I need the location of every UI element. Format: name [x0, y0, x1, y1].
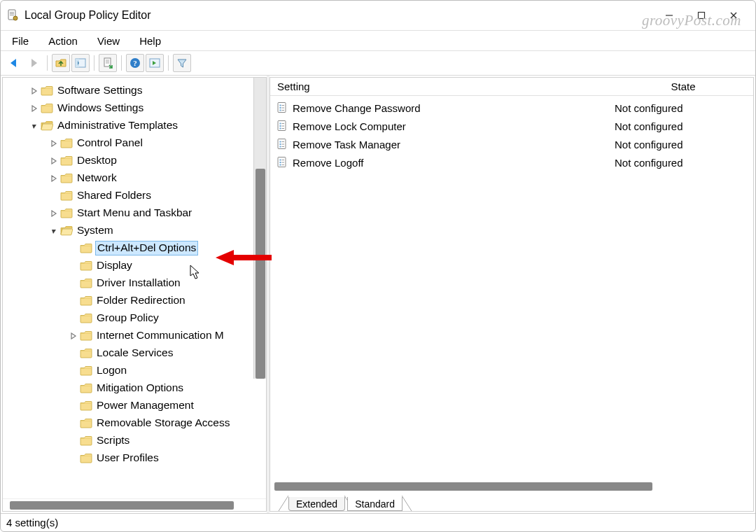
list-row[interactable]: Remove Change PasswordNot configured — [270, 99, 753, 117]
svg-rect-24 — [280, 125, 281, 127]
tab-extended[interactable]: Extended — [288, 497, 345, 511]
list-hscroll-thumb[interactable] — [274, 482, 652, 491]
svg-rect-16 — [280, 105, 281, 106]
menu-help[interactable]: Help — [134, 34, 167, 48]
tree-item[interactable]: Locale Services — [6, 344, 266, 362]
statusbar: 4 setting(s) — [1, 513, 755, 531]
maximize-button[interactable] — [685, 4, 718, 27]
tree-item[interactable]: Software Settings — [6, 82, 266, 99]
folder-icon — [60, 155, 73, 166]
svg-rect-17 — [280, 107, 281, 108]
chevron-right-icon[interactable] — [29, 104, 39, 113]
minimize-button[interactable] — [653, 4, 685, 27]
chevron-down-icon[interactable] — [29, 121, 39, 131]
tree-vscrollbar[interactable] — [253, 78, 266, 379]
tree-item[interactable]: Display — [6, 257, 266, 274]
tree-item-label: Shared Folders — [77, 189, 151, 202]
policy-icon — [276, 156, 288, 169]
tree-item-label: Ctrl+Alt+Del Options — [95, 241, 198, 255]
list-row[interactable]: Remove Task ManagerNot configured — [270, 135, 753, 153]
tree-item[interactable]: Windows Settings — [6, 99, 266, 117]
show-hide-tree-button[interactable] — [71, 54, 90, 72]
forward-button[interactable] — [24, 54, 43, 72]
tree-item[interactable]: Start Menu and Taskbar — [6, 204, 266, 222]
tree-item[interactable]: Ctrl+Alt+Del Options — [6, 239, 266, 257]
filter-button[interactable] — [173, 54, 191, 72]
tree-item[interactable]: Network — [6, 169, 266, 187]
help-button[interactable]: ? — [126, 54, 144, 72]
chevron-right-icon[interactable] — [49, 156, 59, 166]
list-row[interactable]: Remove Lock ComputerNot configured — [270, 117, 753, 135]
tree-item-label: Software Settings — [57, 84, 142, 97]
setting-state: Not configured — [613, 157, 753, 169]
chevron-right-icon[interactable] — [29, 86, 39, 96]
chevron-right-icon[interactable] — [69, 331, 78, 341]
list-hscrollbar[interactable] — [272, 480, 752, 493]
svg-rect-3 — [10, 15, 14, 15]
tree-item[interactable]: Administrative Templates — [6, 117, 266, 134]
tree-item-label: Driver Installation — [97, 276, 181, 290]
export-list-button[interactable] — [99, 54, 117, 72]
tree-item[interactable]: Scripts — [6, 432, 266, 449]
tree-item-label: Administrative Templates — [57, 119, 178, 132]
tree-item-label: Control Panel — [77, 136, 143, 150]
tree-item[interactable]: Control Panel — [6, 134, 266, 152]
tree[interactable]: Software SettingsWindows SettingsAdminis… — [3, 78, 266, 498]
folder-icon — [80, 453, 92, 463]
tree-item[interactable]: Logon — [6, 362, 266, 379]
tab-standard[interactable]: Standard — [347, 497, 402, 511]
menu-action[interactable]: Action — [43, 34, 83, 48]
menu-view[interactable]: View — [92, 34, 125, 48]
folder-icon — [80, 243, 92, 253]
tree-item[interactable]: Desktop — [6, 152, 266, 169]
up-button[interactable] — [52, 54, 70, 72]
tree-item[interactable]: Folder Redirection — [6, 292, 266, 309]
folder-icon — [60, 173, 73, 183]
toolbar-separator — [168, 55, 169, 71]
tree-item[interactable]: Internet Communication M — [6, 327, 266, 344]
folder-icon — [60, 190, 73, 201]
list-row[interactable]: Remove LogoffNot configured — [270, 153, 753, 172]
chevron-right-icon[interactable] — [49, 209, 59, 218]
tree-item-label: Removable Storage Access — [97, 416, 230, 430]
svg-rect-37 — [280, 160, 281, 161]
folder-icon — [80, 278, 92, 288]
chevron-right-icon[interactable] — [49, 174, 59, 183]
tree-item-label: Group Policy — [97, 312, 159, 325]
view-tabs: Extended Standard — [270, 494, 753, 511]
settings-list[interactable]: Remove Change PasswordNot configuredRemo… — [270, 96, 753, 480]
close-button[interactable] — [718, 4, 750, 27]
properties-button[interactable] — [146, 54, 164, 72]
tree-item[interactable]: Group Policy — [6, 309, 266, 327]
list-header: Setting State — [270, 78, 753, 96]
toolbar: ? — [1, 51, 755, 76]
window: groovyPost.com Local Group Policy Editor… — [0, 0, 756, 532]
tree-item[interactable]: Removable Storage Access — [6, 414, 266, 432]
content-area: Software SettingsWindows SettingsAdminis… — [1, 76, 755, 513]
tree-hscroll-thumb[interactable] — [10, 501, 234, 510]
tree-item[interactable]: Mitigation Options — [6, 379, 266, 397]
setting-name: Remove Logoff — [293, 157, 613, 169]
tree-item[interactable]: Driver Installation — [6, 274, 266, 292]
chevron-down-icon[interactable] — [49, 226, 59, 236]
tree-item[interactable]: User Profiles — [6, 449, 266, 467]
chevron-right-icon[interactable] — [49, 139, 59, 148]
folder-icon — [41, 103, 53, 113]
tree-item[interactable]: System — [6, 222, 266, 239]
menu-file[interactable]: File — [6, 34, 34, 48]
back-button[interactable] — [5, 54, 23, 72]
tree-item-label: Windows Settings — [57, 102, 144, 115]
tree-vscroll-thumb[interactable] — [255, 169, 265, 379]
tree-item[interactable]: Shared Folders — [6, 187, 266, 204]
tree-hscrollbar[interactable] — [3, 498, 266, 511]
column-state[interactable]: State — [613, 80, 753, 92]
svg-rect-23 — [280, 123, 281, 125]
svg-rect-39 — [280, 164, 281, 166]
tree-item-label: User Profiles — [97, 451, 159, 465]
titlebar: Local Group Policy Editor — [1, 1, 755, 30]
tree-item-label: Locale Services — [97, 346, 173, 360]
folder-icon — [80, 383, 92, 393]
setting-name: Remove Lock Computer — [293, 120, 613, 132]
tree-item[interactable]: Power Management — [6, 397, 266, 414]
column-setting[interactable]: Setting — [270, 80, 613, 92]
